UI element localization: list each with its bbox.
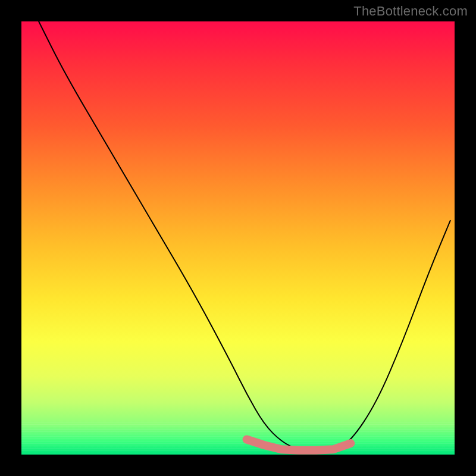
curve-path <box>39 21 450 450</box>
plot-area <box>21 21 455 455</box>
watermark-label: TheBottleneck.com <box>353 4 468 19</box>
chart-svg <box>21 21 455 455</box>
chart-frame: TheBottleneck.com <box>0 0 476 476</box>
flat-marker-path <box>247 440 351 450</box>
